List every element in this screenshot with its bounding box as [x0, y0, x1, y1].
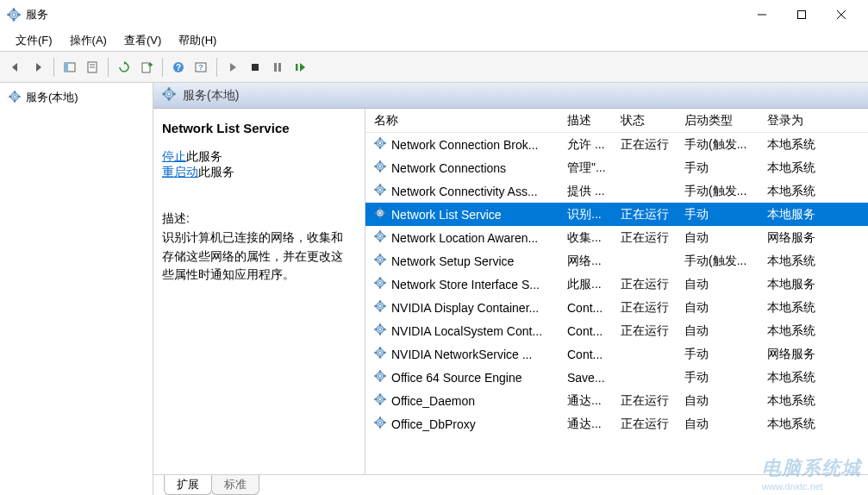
service-name: Network Location Awaren... [391, 231, 538, 245]
service-startup: 自动 [676, 277, 759, 292]
service-status: 正在运行 [612, 300, 676, 316]
gear-icon [162, 87, 176, 103]
gear-icon [374, 137, 386, 152]
properties-button[interactable] [82, 57, 103, 78]
back-button[interactable] [5, 57, 26, 78]
service-status: 正在运行 [612, 277, 676, 292]
service-row[interactable]: Network Setup Service网络...手动(触发...本地系统 [365, 249, 868, 273]
stop-service-button[interactable] [245, 57, 265, 78]
service-row[interactable]: NVIDIA Display Container...Cont...正在运行自动… [365, 296, 868, 319]
service-row[interactable]: Network Store Interface S...此服...正在运行自动本… [365, 273, 868, 296]
pause-service-button[interactable] [267, 57, 288, 78]
service-startup: 自动 [676, 230, 759, 246]
service-desc: 此服... [559, 277, 612, 292]
description-label: 描述: [162, 211, 351, 227]
restart-service-button[interactable] [290, 57, 310, 78]
tree-item-services-local[interactable]: 服务(本地) [3, 86, 149, 109]
service-desc: Cont... [559, 348, 612, 361]
title-bar: 服务 [0, 0, 868, 29]
svg-rect-11 [65, 63, 68, 72]
service-name: NVIDIA LocalSystem Cont... [391, 324, 542, 338]
service-row[interactable]: Network Connections管理"...手动本地系统 [365, 156, 868, 179]
forward-button[interactable] [28, 57, 48, 78]
service-desc: 网络... [559, 254, 612, 269]
service-status: 正在运行 [612, 417, 676, 432]
column-logon-as[interactable]: 登录为 [759, 113, 836, 128]
service-desc: 允许 ... [559, 137, 612, 153]
service-row[interactable]: NVIDIA NetworkService ...Cont...手动网络服务 [365, 342, 868, 366]
column-startup-type[interactable]: 启动类型 [676, 113, 759, 128]
service-startup: 手动 [676, 207, 759, 222]
stop-suffix: 此服务 [186, 149, 222, 163]
app-icon [7, 8, 21, 22]
view-tabs: 扩展 标准 [153, 474, 868, 495]
service-status: 正在运行 [612, 230, 676, 246]
service-row[interactable]: Network Location Awaren...收集...正在运行自动网络服… [365, 226, 868, 249]
column-status[interactable]: 状态 [612, 113, 676, 128]
service-logon: 本地系统 [759, 254, 836, 269]
export-button[interactable] [136, 57, 157, 78]
description-text: 识别计算机已连接的网络，收集和存储这些网络的属性，并在更改这些属性时通知应用程序… [162, 229, 351, 285]
maximize-button[interactable] [782, 2, 821, 28]
svg-text:?: ? [176, 63, 181, 72]
service-name: Network Connectivity Ass... [391, 185, 538, 198]
gear-icon [374, 300, 386, 315]
separator [108, 58, 109, 77]
list-body[interactable]: Network Connection Brok...允许 ...正在运行手动(触… [365, 133, 868, 474]
svg-rect-23 [296, 64, 298, 71]
start-service-button[interactable] [222, 57, 243, 78]
service-status: 正在运行 [612, 323, 676, 339]
menu-action[interactable]: 操作(A) [61, 30, 116, 51]
service-name: Office_DbProxy [391, 417, 476, 431]
restart-service-link[interactable]: 重启动 [162, 165, 198, 179]
refresh-button[interactable] [114, 57, 134, 78]
service-logon: 本地系统 [759, 370, 836, 385]
service-row[interactable]: NVIDIA LocalSystem Cont...Cont...正在运行自动本… [365, 319, 868, 342]
tab-extended[interactable]: 扩展 [164, 475, 212, 495]
service-row[interactable]: Network Connection Brok...允许 ...正在运行手动(触… [365, 133, 868, 156]
restart-suffix: 此服务 [198, 165, 234, 179]
service-logon: 本地系统 [759, 300, 836, 316]
service-logon: 网络服务 [759, 347, 836, 362]
service-startup: 自动 [676, 393, 759, 409]
tab-standard[interactable]: 标准 [211, 475, 259, 495]
gear-icon [374, 207, 386, 222]
service-startup: 自动 [676, 417, 759, 432]
menu-file[interactable]: 文件(F) [7, 30, 61, 51]
service-startup: 手动 [676, 160, 759, 176]
gear-icon [374, 230, 386, 245]
gear-icon [374, 417, 386, 431]
separator [53, 58, 54, 77]
menu-view[interactable]: 查看(V) [116, 30, 170, 51]
stop-service-link[interactable]: 停止 [162, 149, 186, 163]
service-row[interactable]: Network List Service识别...正在运行手动本地服务 [365, 203, 868, 226]
column-name[interactable]: 名称 [365, 113, 559, 128]
service-logon: 网络服务 [759, 230, 836, 246]
service-logon: 本地系统 [759, 393, 836, 409]
service-desc: Save... [559, 371, 612, 385]
minimize-button[interactable] [742, 2, 782, 28]
service-status: 正在运行 [612, 137, 676, 153]
menu-help[interactable]: 帮助(H) [170, 30, 225, 51]
detail-pane: Network List Service 停止此服务 重启动此服务 描述: 识别… [153, 109, 365, 474]
svg-rect-21 [274, 63, 277, 72]
service-startup: 自动 [676, 300, 759, 316]
selected-service-name: Network List Service [162, 121, 351, 135]
service-desc: Cont... [559, 324, 612, 338]
service-name: NVIDIA Display Container... [391, 301, 539, 315]
service-startup: 手动 [676, 370, 759, 385]
service-name: NVIDIA NetworkService ... [391, 348, 532, 361]
console-tree: 服务(本地) [0, 83, 153, 495]
close-button[interactable] [821, 2, 861, 28]
service-row[interactable]: Office_DbProxy通达...正在运行自动本地系统 [365, 412, 868, 435]
service-row[interactable]: Network Connectivity Ass...提供 ...手动(触发..… [365, 179, 868, 203]
service-name: Network Setup Service [391, 254, 514, 268]
help2-button[interactable]: ? [190, 57, 211, 78]
show-hide-tree-button[interactable] [59, 57, 80, 78]
gear-icon [374, 160, 386, 175]
column-description[interactable]: 描述 [559, 113, 612, 128]
service-row[interactable]: Office 64 Source EngineSave...手动本地系统 [365, 366, 868, 389]
help-button[interactable]: ? [168, 57, 189, 78]
service-logon: 本地服务 [759, 277, 836, 292]
service-row[interactable]: Office_Daemon通达...正在运行自动本地系统 [365, 389, 868, 412]
